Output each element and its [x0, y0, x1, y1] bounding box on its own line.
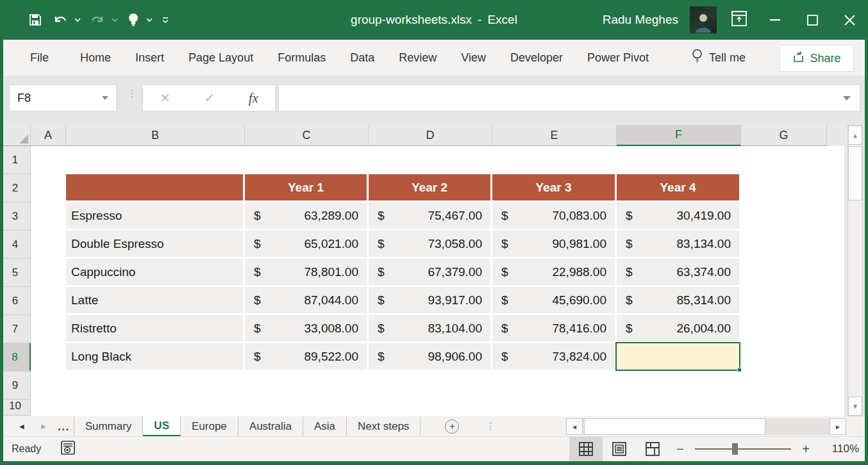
- name-box[interactable]: F8: [9, 85, 117, 111]
- zoom-level[interactable]: 110%: [819, 443, 859, 455]
- page-layout-view-button[interactable]: [603, 437, 636, 461]
- zoom-slider-thumb[interactable]: [732, 443, 738, 455]
- table-cell[interactable]: $22,988.00: [492, 259, 615, 285]
- table-cell[interactable]: $45,690.00: [492, 287, 615, 313]
- lightbulb-dropdown-icon[interactable]: [146, 18, 153, 24]
- table-cell[interactable]: $67,379.00: [369, 259, 490, 285]
- share-button[interactable]: Share: [780, 45, 854, 72]
- user-name[interactable]: Radu Meghes: [603, 13, 678, 27]
- vertical-scroll-thumb[interactable]: [848, 146, 862, 200]
- save-button[interactable]: [23, 7, 47, 33]
- table-cell[interactable]: $63,374.00: [617, 259, 739, 285]
- previous-sheet-icon[interactable]: ◄: [18, 422, 26, 431]
- table-cell[interactable]: $78,801.00: [245, 259, 367, 285]
- table-cell[interactable]: $73,824.00: [492, 343, 615, 370]
- tab-home[interactable]: Home: [68, 45, 123, 71]
- sheet-tab-australia[interactable]: Australia: [238, 416, 303, 436]
- column-header-a[interactable]: A: [31, 125, 66, 146]
- table-cell[interactable]: $83,134.00: [617, 231, 739, 257]
- row-header-1[interactable]: 1: [0, 146, 31, 174]
- row-header-7[interactable]: 7: [0, 315, 31, 343]
- row-header-10[interactable]: 10: [0, 400, 31, 416]
- insert-function-icon[interactable]: fx: [249, 90, 258, 106]
- zoom-slider-track[interactable]: [695, 448, 791, 450]
- sheet-tab-asia[interactable]: Asia: [303, 416, 347, 436]
- tabbar-splitter[interactable]: ⋮: [486, 424, 495, 428]
- sheet-tab-next-steps[interactable]: Next steps: [347, 416, 421, 436]
- fill-handle[interactable]: [737, 368, 742, 372]
- maximize-button[interactable]: [794, 0, 831, 40]
- table-cell[interactable]: $33,008.00: [245, 315, 367, 341]
- sheet-tab-us-active[interactable]: US: [143, 416, 181, 436]
- product-cell[interactable]: Latte: [66, 287, 243, 313]
- table-header-year4[interactable]: Year 4: [617, 174, 739, 200]
- ribbon-display-options-button[interactable]: [731, 10, 747, 29]
- product-cell[interactable]: Espresso: [66, 202, 243, 229]
- product-cell[interactable]: Double Espresso: [66, 231, 243, 257]
- table-header-year3[interactable]: Year 3: [492, 174, 615, 200]
- tab-review[interactable]: Review: [387, 45, 449, 71]
- macro-record-icon[interactable]: [60, 441, 76, 457]
- scroll-left-icon[interactable]: ◄: [566, 418, 583, 435]
- redo-button[interactable]: [85, 7, 110, 33]
- formula-bar-splitter[interactable]: ⋮: [127, 91, 137, 96]
- table-cell[interactable]: $65,021.00: [245, 231, 367, 257]
- tab-developer[interactable]: Developer: [498, 45, 575, 71]
- tab-data[interactable]: Data: [338, 45, 387, 71]
- table-cell[interactable]: $26,004.00: [617, 315, 739, 341]
- column-header-g[interactable]: G: [741, 125, 827, 146]
- cells-area[interactable]: Year 1 Year 2 Year 3 Year 4 Espresso $63…: [31, 146, 844, 416]
- zoom-in-button[interactable]: +: [795, 442, 817, 457]
- table-cell[interactable]: $63,289.00: [245, 202, 367, 229]
- scroll-down-icon[interactable]: ▼: [848, 396, 862, 416]
- scroll-up-icon[interactable]: ▲: [848, 126, 862, 145]
- tab-file[interactable]: File: [18, 45, 68, 71]
- user-avatar[interactable]: [690, 6, 717, 33]
- formula-bar-input[interactable]: [278, 85, 860, 111]
- table-cell[interactable]: $73,058.00: [369, 231, 490, 257]
- row-header-2[interactable]: 2: [0, 174, 31, 202]
- sheet-tab-europe[interactable]: Europe: [181, 416, 238, 436]
- select-all-corner[interactable]: [0, 125, 31, 146]
- name-box-dropdown-icon[interactable]: [102, 96, 108, 100]
- sheet-tab-summary[interactable]: Summary: [74, 416, 144, 436]
- horizontal-scroll-thumb[interactable]: [584, 418, 765, 435]
- normal-view-button[interactable]: [569, 437, 603, 461]
- new-sheet-button[interactable]: +: [445, 420, 459, 434]
- tab-page-layout[interactable]: Page Layout: [176, 45, 265, 71]
- table-cell[interactable]: $78,416.00: [492, 315, 615, 341]
- row-header-5[interactable]: 5: [0, 259, 31, 287]
- table-cell[interactable]: $85,314.00: [617, 287, 739, 313]
- product-cell[interactable]: Ristretto: [66, 315, 243, 341]
- redo-dropdown-icon[interactable]: [112, 18, 118, 24]
- lightbulb-button[interactable]: [122, 7, 145, 33]
- table-header-year2[interactable]: Year 2: [369, 174, 490, 200]
- undo-button[interactable]: [47, 7, 73, 33]
- vertical-scrollbar[interactable]: ▲ ▼: [847, 125, 863, 416]
- customize-quick-access-icon[interactable]: [156, 7, 174, 33]
- selected-cell-f8[interactable]: [617, 343, 739, 370]
- column-header-c[interactable]: C: [245, 125, 369, 146]
- table-cell[interactable]: $83,104.00: [369, 315, 490, 341]
- zoom-slider[interactable]: [695, 437, 791, 461]
- table-cell[interactable]: $30,419.00: [617, 202, 739, 229]
- table-cell[interactable]: $89,522.00: [245, 343, 367, 370]
- zoom-out-button[interactable]: −: [669, 442, 691, 457]
- row-header-8-selected[interactable]: 8: [0, 343, 31, 371]
- close-button[interactable]: [831, 0, 868, 40]
- row-header-4[interactable]: 4: [0, 231, 31, 259]
- tab-insert[interactable]: Insert: [123, 45, 176, 71]
- row-header-9[interactable]: 9: [0, 371, 31, 400]
- tab-view[interactable]: View: [449, 45, 498, 71]
- minimize-button[interactable]: [756, 0, 794, 40]
- table-header-year1[interactable]: Year 1: [245, 174, 367, 200]
- tab-formulas[interactable]: Formulas: [265, 45, 338, 71]
- row-header-3[interactable]: 3: [0, 202, 31, 231]
- horizontal-scrollbar[interactable]: ◄ ►: [566, 418, 846, 435]
- tell-me-box[interactable]: Tell me: [692, 49, 746, 67]
- product-cell[interactable]: Cappuccino: [66, 259, 243, 285]
- column-header-d[interactable]: D: [369, 125, 492, 146]
- expand-formula-bar-icon[interactable]: [843, 96, 851, 101]
- sheet-overflow-dots[interactable]: ...: [58, 420, 70, 434]
- table-cell[interactable]: $90,981.00: [492, 231, 615, 257]
